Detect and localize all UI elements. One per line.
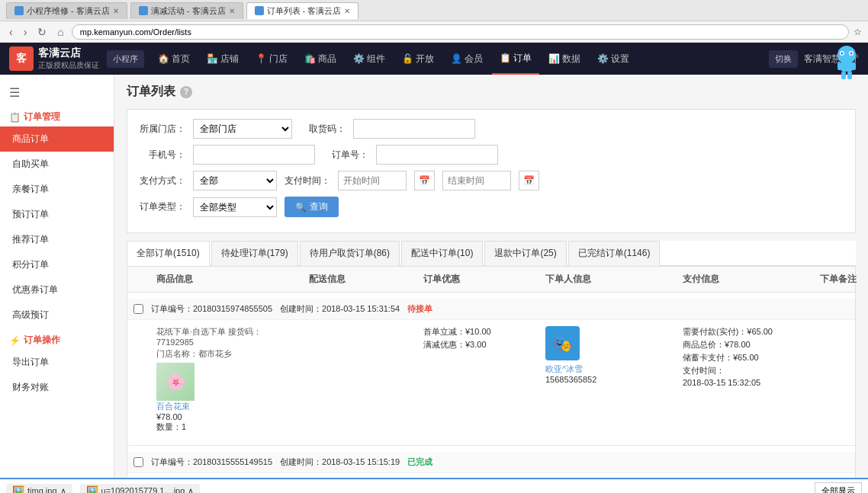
download-chevron-2[interactable]: ∧ bbox=[188, 486, 194, 494]
app-header: 客 客满云店 正版授权品质保证 小程序 🏠首页 🏪店铺 📍门店 🛍️商品 ⚙️组… bbox=[0, 43, 868, 75]
address-bar: ‹ › ↻ ⌂ ☆ bbox=[0, 21, 868, 43]
tab-3[interactable]: 订单列表 - 客满云店 ✕ bbox=[246, 2, 359, 19]
branch-icon: 📍 bbox=[256, 53, 267, 64]
table-row: 订单编号：20180315555149515 创建时间：2018-03-15 1… bbox=[127, 446, 855, 478]
end-calendar-button[interactable]: 📅 bbox=[519, 171, 539, 190]
nav-data[interactable]: 📊数据 bbox=[541, 43, 588, 75]
nav-member[interactable]: 👤会员 bbox=[443, 43, 490, 75]
order-no-input[interactable] bbox=[376, 145, 498, 165]
robot-mascot bbox=[831, 44, 862, 86]
content-area: 订单列表 ? 所属门店： 全部门店 取货码： 手机号： 订单号： 支付方式： bbox=[114, 75, 868, 478]
tab-delivery-orders[interactable]: 配送中订单(10) bbox=[401, 241, 483, 266]
order-meta-1: 订单编号：20180315974855505 创建时间：2018-03-15 1… bbox=[127, 299, 855, 320]
product-image-1: 🌸 bbox=[156, 363, 194, 401]
order-type-select[interactable]: 全部类型 bbox=[193, 197, 277, 217]
buyer-name-1[interactable]: 欧亚^冰雪 bbox=[545, 363, 670, 375]
sidebar-section-orders: 📋 订单管理 bbox=[0, 104, 114, 126]
download-item-2[interactable]: 🖼️ u=1092015779,1....jpg ∧ bbox=[80, 484, 201, 494]
sidebar-toggle[interactable]: ☰ bbox=[0, 81, 114, 104]
nav-order[interactable]: 📋订单 bbox=[492, 43, 539, 75]
nav-branch[interactable]: 📍门店 bbox=[248, 43, 295, 75]
refresh-button[interactable]: ↻ bbox=[34, 24, 50, 40]
brand-name: 客满云店 bbox=[38, 46, 81, 59]
tab-close-2[interactable]: ✕ bbox=[229, 7, 235, 15]
tab-label-3: 订单列表 - 客满云店 bbox=[267, 5, 342, 17]
tab-2[interactable]: 满减活动 - 客满云店 ✕ bbox=[130, 2, 243, 19]
tab-all-orders[interactable]: 全部订单(1510) bbox=[127, 241, 210, 266]
payment-required-1: 需要付款(实付)：¥65.00 bbox=[683, 326, 808, 338]
switch-button[interactable]: 切换 bbox=[769, 50, 798, 68]
order-checkbox-1[interactable] bbox=[133, 304, 143, 314]
nav-home[interactable]: 🏠首页 bbox=[150, 43, 198, 75]
home-icon: 🏠 bbox=[158, 53, 169, 64]
nav-store-label: 店铺 bbox=[220, 53, 239, 66]
tab-close-3[interactable]: ✕ bbox=[344, 7, 350, 15]
pickup-code-label: 取货码： bbox=[300, 123, 346, 136]
product-name-1[interactable]: 百合花束 bbox=[156, 401, 297, 412]
tab-favicon-3 bbox=[255, 6, 264, 15]
order-status-2: 已完成 bbox=[407, 456, 432, 468]
sidebar-item-points[interactable]: 积分订单 bbox=[0, 252, 114, 277]
filter-row-4: 订单类型： 全部类型 🔍 查询 bbox=[140, 197, 843, 217]
order-type-label: 订单类型： bbox=[140, 200, 185, 213]
sidebar-item-recommend[interactable]: 推荐订单 bbox=[0, 227, 114, 252]
sidebar-item-finance[interactable]: 财务对账 bbox=[0, 375, 114, 400]
sidebar: ☰ 📋 订单管理 商品订单 自助买单 亲餐订单 预订订单 推荐订单 积分订单 优… bbox=[0, 75, 114, 478]
nav-component[interactable]: ⚙️组件 bbox=[346, 43, 393, 75]
show-all-button[interactable]: 全部显示 bbox=[815, 482, 862, 494]
store-icon: 🏪 bbox=[207, 53, 218, 64]
sidebar-item-coupon[interactable]: 优惠券订单 bbox=[0, 277, 114, 303]
nav-goods[interactable]: 🛍️商品 bbox=[297, 43, 344, 75]
tab-pickup-orders[interactable]: 待用户取货订单(86) bbox=[300, 241, 400, 266]
svg-rect-5 bbox=[841, 61, 853, 72]
order-checkbox-2[interactable] bbox=[133, 457, 143, 467]
start-calendar-button[interactable]: 📅 bbox=[414, 171, 435, 190]
tab-1[interactable]: 小程序维修 - 客满云店 ✕ bbox=[6, 2, 127, 19]
tab-completed-orders[interactable]: 已完结订单(1146) bbox=[568, 241, 661, 266]
main-layout: ☰ 📋 订单管理 商品订单 自助买单 亲餐订单 预订订单 推荐订单 积分订单 优… bbox=[0, 75, 868, 478]
tab-label-2: 满减活动 - 客满云店 bbox=[151, 5, 226, 17]
store-select[interactable]: 全部门店 bbox=[193, 119, 292, 139]
help-icon[interactable]: ? bbox=[180, 86, 192, 98]
bookmark-icon[interactable]: ☆ bbox=[854, 27, 862, 37]
download-file-2: u=1092015779,1....jpg bbox=[101, 486, 185, 493]
svg-rect-8 bbox=[841, 72, 846, 79]
nav-settings[interactable]: ⚙️设置 bbox=[590, 43, 637, 75]
order-management-icon: 📋 bbox=[9, 112, 21, 123]
search-button[interactable]: 🔍 查询 bbox=[285, 197, 339, 217]
sidebar-item-self-pay[interactable]: 自助买单 bbox=[0, 152, 114, 177]
tab-close-1[interactable]: ✕ bbox=[113, 7, 119, 15]
start-time-input[interactable] bbox=[338, 171, 407, 190]
tab-refund-orders[interactable]: 退款中订单(25) bbox=[484, 241, 566, 266]
download-chevron-1[interactable]: ∧ bbox=[60, 486, 66, 494]
sidebar-item-reservation[interactable]: 预订订单 bbox=[0, 202, 114, 227]
tab-favicon-1 bbox=[14, 6, 24, 15]
end-time-input[interactable] bbox=[442, 171, 511, 190]
pickup-code-input[interactable] bbox=[353, 119, 475, 139]
url-input[interactable] bbox=[72, 24, 849, 40]
order-icon: 📋 bbox=[500, 53, 511, 63]
nav-store[interactable]: 🏪店铺 bbox=[199, 43, 246, 75]
discount-item-1-1: 首单立减：¥10.00 bbox=[423, 326, 533, 338]
back-button[interactable]: ‹ bbox=[6, 24, 16, 40]
mini-app-button[interactable]: 小程序 bbox=[107, 50, 144, 68]
sidebar-item-advanced-booking[interactable]: 高级预订 bbox=[0, 303, 114, 328]
order-discount-1: 首单立减：¥10.00 满减优惠：¥3.00 bbox=[417, 326, 539, 433]
payment-time-1: 2018-03-15 15:32:05 bbox=[683, 378, 808, 387]
home-button[interactable]: ⌂ bbox=[54, 24, 66, 40]
payment-select[interactable]: 全部 bbox=[193, 171, 277, 190]
sidebar-item-export[interactable]: 导出订单 bbox=[0, 350, 114, 375]
phone-input[interactable] bbox=[193, 145, 315, 165]
nav-open[interactable]: 🔓开放 bbox=[394, 43, 442, 75]
header-product-info: 商品信息 bbox=[150, 273, 303, 286]
filter-row-1: 所属门店： 全部门店 取货码： bbox=[140, 119, 843, 139]
sidebar-item-meal-order[interactable]: 亲餐订单 bbox=[0, 177, 114, 202]
download-item-1[interactable]: 🖼️ timg.jpg ∧ bbox=[6, 484, 72, 494]
forward-button[interactable]: › bbox=[21, 24, 31, 40]
sidebar-item-product-order[interactable]: 商品订单 bbox=[0, 126, 114, 152]
tab-pending-orders[interactable]: 待处理订单(179) bbox=[211, 241, 298, 266]
sidebar-section-operations: ⚡ 订单操作 bbox=[0, 328, 114, 350]
logo-area: 客 客满云店 正版授权品质保证 bbox=[9, 46, 99, 71]
order-table-header: 商品信息 配送信息 订单优惠 下单人信息 支付信息 下单备注 操作 bbox=[127, 267, 855, 293]
order-no-1: 订单编号：20180315974855505 bbox=[151, 303, 272, 315]
